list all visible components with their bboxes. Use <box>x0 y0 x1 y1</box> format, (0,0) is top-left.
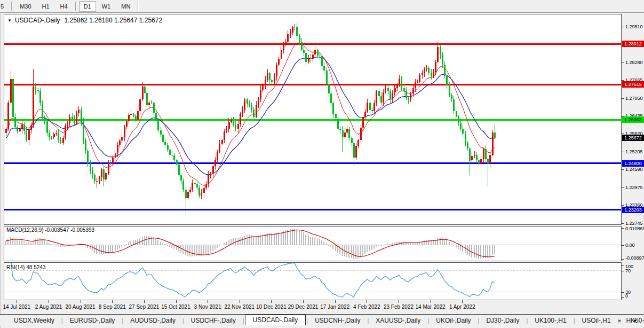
macd-histogram-bar <box>23 241 25 245</box>
rsi-axis-tick <box>622 265 624 266</box>
tab-hk50-h1[interactable]: HK50-,H1 <box>619 316 644 325</box>
candle-down <box>176 160 178 165</box>
candle-down <box>160 130 162 135</box>
tab-ukoil-daily[interactable]: UKOil-,Daily <box>430 316 477 325</box>
macd-histogram-bar <box>385 244 386 245</box>
macd-histogram-bar <box>164 244 165 245</box>
candle-down <box>171 155 173 155</box>
tab-eurusd-daily[interactable]: EURUSD-,Daily <box>63 316 122 325</box>
macd-histogram-bar <box>5 241 6 245</box>
candle-down <box>182 181 184 190</box>
candle-down <box>319 56 321 56</box>
candle-down <box>178 165 180 175</box>
macd-histogram-bar <box>392 243 393 245</box>
tab-usdchf-daily[interactable]: USDCHF-,Daily <box>185 316 242 325</box>
candle-up <box>203 188 205 192</box>
candle-up <box>412 88 414 94</box>
macd-histogram-bar <box>458 245 459 249</box>
timeframe-button-d1[interactable]: D1 <box>79 1 96 12</box>
date-axis-tick <box>81 300 81 303</box>
level-price-badge: 1.24800 <box>622 160 644 167</box>
candle-up <box>240 114 241 124</box>
tab-separator: | <box>368 317 369 324</box>
candle-down <box>58 133 59 140</box>
macd-histogram-bar <box>326 243 327 245</box>
tab-uk100-h1[interactable]: UK100-,H1 <box>528 316 573 325</box>
candle-down <box>46 121 48 134</box>
candle-up <box>119 140 121 144</box>
timeframe-button-m30[interactable]: M30 <box>15 1 36 12</box>
horizontal-level-line <box>4 209 621 210</box>
candle-down <box>478 160 480 163</box>
candle-down <box>408 98 409 100</box>
macd-histogram-bar <box>332 245 333 249</box>
macd-histogram-bar <box>274 233 275 245</box>
price-axis-label: 1.25205 <box>625 149 643 154</box>
tab-audusd-daily[interactable]: AUDUSD-,Daily <box>124 316 182 325</box>
candle-up <box>124 127 125 137</box>
macd-histogram-bar <box>478 245 479 259</box>
tab-usdx-weekly[interactable]: USDX,Weekly <box>7 316 61 325</box>
tab-usdcnh-daily[interactable]: USDCNH-,Daily <box>308 316 367 325</box>
macd-histogram-bar <box>240 237 241 245</box>
tab-dj30-daily[interactable]: DJ30-,Daily <box>480 316 526 325</box>
macd-histogram-bar <box>247 235 248 245</box>
macd-histogram-bar <box>323 241 324 245</box>
timeframe-button-w1[interactable]: W1 <box>97 1 116 12</box>
price-axis-tick <box>622 134 624 134</box>
candle-down <box>351 138 353 143</box>
candle-down <box>299 36 300 42</box>
tab-usoil-h1[interactable]: USOil-,H1 <box>576 316 617 325</box>
macd-histogram-bar <box>124 245 125 246</box>
macd-histogram-bar <box>330 245 331 247</box>
chart-tab-bar: USDX,Weekly|EURUSD-,Daily|AUDUSD-,Daily|… <box>0 314 644 326</box>
macd-histogram-bar <box>410 243 411 245</box>
candle-up <box>367 103 368 112</box>
tab-usdcad-daily[interactable]: USDCAD-,Daily <box>245 315 306 325</box>
candle-up <box>221 140 223 144</box>
candle-up <box>187 192 189 198</box>
level-price-badge: 1.23203 <box>622 207 644 213</box>
timeframe-button-h1[interactable]: H1 <box>37 1 54 12</box>
macd-histogram-bar <box>37 238 38 245</box>
date-axis-tick <box>271 300 272 303</box>
macd-histogram-bar <box>194 245 195 256</box>
macd-histogram-bar <box>453 245 454 246</box>
timeframe-button-h4[interactable]: H4 <box>55 1 73 12</box>
candle-down <box>449 85 450 95</box>
chart-symbol-period: USDCAD-,Daily <box>15 17 60 24</box>
candle-down <box>369 103 371 110</box>
candle-down <box>323 66 325 71</box>
rsi-value: 48.5243 <box>26 264 45 270</box>
macd-histogram-bar <box>256 236 257 245</box>
candle-down <box>310 58 312 59</box>
candlestick-chart[interactable] <box>4 14 621 224</box>
tab-separator: | <box>427 317 429 324</box>
candle-up <box>396 85 398 88</box>
candle-up <box>258 99 259 105</box>
macd-histogram-bar <box>485 245 486 258</box>
tab-xauusd-daily[interactable]: XAUUSD-,Daily <box>369 316 427 325</box>
macd-histogram-bar <box>155 238 156 245</box>
timeframe-button-5[interactable]: 5 <box>0 1 9 12</box>
macd-histogram-bar <box>126 244 127 245</box>
macd-histogram-bar <box>110 245 111 253</box>
rsi-chart[interactable] <box>4 263 621 300</box>
tab-scroll-left-icon[interactable]: ◂ <box>618 317 621 324</box>
macd-histogram-bar <box>146 236 147 245</box>
candle-down <box>301 42 303 50</box>
macd-chart[interactable] <box>4 227 621 261</box>
candle-up <box>65 126 66 137</box>
macd-histogram-bar <box>208 245 209 254</box>
candle-down <box>235 125 236 129</box>
price-axis-label: 1.29510 <box>625 24 643 29</box>
macd-signal-line <box>6 230 495 257</box>
timeframe-button-mn[interactable]: MN <box>116 1 135 12</box>
candle-up <box>148 103 150 105</box>
candle-up <box>128 115 130 122</box>
tab-scroll-right-icon[interactable]: ▸ <box>634 317 637 324</box>
chart-dropdown-icon[interactable]: ▼ <box>7 18 12 23</box>
macd-histogram-bar <box>339 245 340 254</box>
macd-histogram-bar <box>440 238 441 245</box>
macd-histogram-bar <box>21 240 22 245</box>
